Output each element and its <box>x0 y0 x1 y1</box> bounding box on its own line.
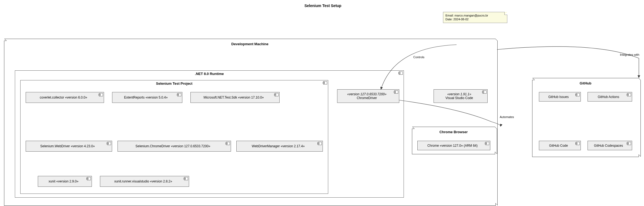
pkg-extentreports: ExtentReports «version 5.0.4» <box>112 92 182 103</box>
label: Visual Studio Code <box>445 96 473 100</box>
version: «version 1.91.1» <box>447 92 471 96</box>
dotnet-title: .NET 8.0 Runtime <box>15 71 404 76</box>
label: Selenium.ChromeDriver «version 127.0.653… <box>136 144 210 148</box>
label: Microsoft.NET.Test.Sdk «version 17.10.0» <box>204 96 264 99</box>
pkg-mstest-sdk: Microsoft.NET.Test.Sdk «version 17.10.0» <box>190 92 280 103</box>
comp-chrome: Chrome «version 127.0» (ARM 64) <box>417 141 490 150</box>
label: GitHub Code <box>549 144 568 148</box>
edge-automates: Automates <box>500 115 514 119</box>
label: ChromeDriver <box>357 96 377 100</box>
project-title: Selenium Test Project <box>21 80 328 86</box>
component-icon <box>576 93 580 96</box>
comp-vscode: «version 1.91.1» Visual Studio Code <box>434 89 488 103</box>
pkg-xunit: xunit «version 2.9.0» <box>38 176 92 187</box>
label: Selenium.WebDriver «version 4.23.0» <box>40 144 95 148</box>
metadata-note: Email: marco.mangan@pucrs.br Date: 2024-… <box>443 12 507 23</box>
chrome-browser-title: Chrome Browser <box>412 129 495 134</box>
component-icon <box>275 93 279 96</box>
component-icon <box>576 142 580 145</box>
component-icon <box>483 90 487 94</box>
label: GitHub Actions <box>598 95 619 99</box>
label: xunit.runner.visualstudio «version 2.8.2… <box>114 179 172 183</box>
label: ExtentReports «version 5.0.4» <box>124 96 167 99</box>
edge-controls: Controls <box>413 55 424 59</box>
label: coverlet.collector «version 6.0.0» <box>40 96 87 99</box>
component-icon <box>394 90 398 94</box>
label: Chrome «version 127.0» (ARM 64) <box>427 144 478 148</box>
component-icon <box>399 71 403 75</box>
component-icon <box>184 177 188 180</box>
note-email: Email: marco.mangan@pucrs.br <box>445 14 505 17</box>
comp-github-codespaces: GitHub Codespaces <box>588 141 632 150</box>
version: «version 127.0.6533.7200» <box>347 92 386 96</box>
label: GitHub Issues <box>548 95 569 99</box>
comp-github-code: GitHub Code <box>539 141 581 150</box>
comp-github-actions: GitHub Actions <box>588 92 632 102</box>
pkg-webdrivermanager: WebDriverManager «version 2.17.4» <box>236 141 323 152</box>
component-icon <box>99 93 103 96</box>
pkg-selenium-chromedriver: Selenium.ChromeDriver «version 127.0.653… <box>118 141 231 152</box>
diagram-title: Selenium Test Setup <box>304 4 341 8</box>
comp-chromedriver: «version 127.0.6533.7200» ChromeDriver <box>337 89 399 103</box>
component-icon <box>318 142 322 145</box>
component-icon <box>485 142 489 145</box>
component-icon <box>226 142 230 145</box>
pkg-coverlet: coverlet.collector «version 6.0.0» <box>26 92 104 103</box>
note-date: Date: 2024-08-02 <box>445 17 505 21</box>
component-icon <box>627 93 631 96</box>
comp-github-issues: GitHub Issues <box>539 92 581 102</box>
edge-integrates: Integrates with <box>620 53 639 56</box>
component-icon <box>107 142 111 145</box>
component-icon <box>87 177 91 180</box>
label: GitHub Codespaces <box>594 144 623 148</box>
github-title: GitHub <box>532 80 639 85</box>
component-icon <box>627 142 631 145</box>
component-icon <box>323 81 327 84</box>
pkg-xunit-runner-vs: xunit.runner.visualstudio «version 2.8.2… <box>100 176 189 187</box>
component-icon <box>177 93 181 96</box>
label: WebDriverManager «version 2.17.4» <box>252 144 305 148</box>
label: xunit «version 2.9.0» <box>49 179 79 183</box>
pkg-selenium-webdriver: Selenium.WebDriver «version 4.23.0» <box>26 141 112 152</box>
dev-machine-title: Development Machine <box>4 41 495 46</box>
